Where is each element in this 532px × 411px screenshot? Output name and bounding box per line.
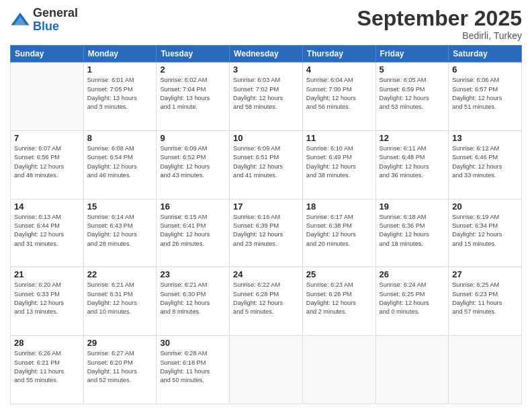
- calendar-cell: [11, 62, 84, 131]
- day-number: 16: [160, 201, 226, 212]
- calendar-cell: 9Sunrise: 6:09 AMSunset: 6:52 PMDaylight…: [157, 130, 230, 199]
- day-info: Sunrise: 6:25 AMSunset: 6:23 PMDaylight:…: [452, 281, 518, 316]
- day-number: 11: [306, 133, 372, 143]
- calendar-cell: 10Sunrise: 6:09 AMSunset: 6:51 PMDayligh…: [230, 130, 303, 199]
- calendar-cell: 12Sunrise: 6:11 AMSunset: 6:48 PMDayligh…: [375, 130, 449, 199]
- logo-icon: [10, 10, 30, 30]
- day-number: 2: [160, 64, 226, 75]
- day-info: Sunrise: 6:10 AMSunset: 6:49 PMDaylight:…: [306, 144, 372, 180]
- logo-blue: Blue: [33, 19, 59, 33]
- day-info: Sunrise: 6:16 AMSunset: 6:39 PMDaylight:…: [233, 213, 299, 248]
- day-info: Sunrise: 6:06 AMSunset: 6:57 PMDaylight:…: [452, 76, 518, 111]
- day-info: Sunrise: 6:18 AMSunset: 6:36 PMDaylight:…: [380, 213, 445, 248]
- calendar-cell: 19Sunrise: 6:18 AMSunset: 6:36 PMDayligh…: [375, 199, 449, 267]
- day-number: 22: [87, 269, 153, 279]
- title-area: September 2025 Bedirli, Turkey: [357, 7, 522, 41]
- calendar-cell: 20Sunrise: 6:19 AMSunset: 6:34 PMDayligh…: [449, 199, 522, 267]
- day-number: 5: [380, 64, 445, 75]
- day-number: 7: [14, 133, 80, 143]
- day-number: 8: [87, 133, 153, 143]
- day-info: Sunrise: 6:07 AMSunset: 6:56 PMDaylight:…: [14, 144, 80, 180]
- day-info: Sunrise: 6:15 AMSunset: 6:41 PMDaylight:…: [160, 213, 226, 248]
- day-info: Sunrise: 6:01 AMSunset: 7:05 PMDaylight:…: [87, 76, 153, 111]
- day-number: 20: [452, 201, 518, 212]
- calendar-cell: 16Sunrise: 6:15 AMSunset: 6:41 PMDayligh…: [157, 199, 230, 267]
- day-info: Sunrise: 6:03 AMSunset: 7:02 PMDaylight:…: [233, 76, 299, 111]
- day-number: 12: [380, 133, 445, 143]
- day-number: 21: [14, 269, 80, 279]
- calendar-cell: 7Sunrise: 6:07 AMSunset: 6:56 PMDaylight…: [11, 130, 84, 199]
- day-number: 29: [87, 338, 153, 348]
- calendar-cell: 6Sunrise: 6:06 AMSunset: 6:57 PMDaylight…: [449, 62, 522, 131]
- day-info: Sunrise: 6:21 AMSunset: 6:30 PMDaylight:…: [160, 281, 226, 316]
- calendar-cell: 24Sunrise: 6:22 AMSunset: 6:28 PMDayligh…: [230, 267, 303, 336]
- logo-general: General: [33, 6, 78, 19]
- day-info: Sunrise: 6:08 AMSunset: 6:54 PMDaylight:…: [87, 144, 153, 180]
- calendar-cell: 23Sunrise: 6:21 AMSunset: 6:30 PMDayligh…: [157, 267, 230, 336]
- weekday-header-thursday: Thursday: [302, 46, 375, 62]
- calendar-cell: 22Sunrise: 6:21 AMSunset: 6:31 PMDayligh…: [83, 267, 157, 336]
- weekday-header-monday: Monday: [83, 46, 157, 62]
- day-info: Sunrise: 6:12 AMSunset: 6:46 PMDaylight:…: [452, 144, 518, 180]
- calendar-cell: 26Sunrise: 6:24 AMSunset: 6:25 PMDayligh…: [375, 267, 449, 336]
- day-number: 9: [160, 133, 226, 143]
- calendar-cell: 27Sunrise: 6:25 AMSunset: 6:23 PMDayligh…: [449, 267, 522, 336]
- day-number: 26: [380, 269, 445, 279]
- day-info: Sunrise: 6:21 AMSunset: 6:31 PMDaylight:…: [87, 281, 153, 316]
- calendar-cell: 2Sunrise: 6:02 AMSunset: 7:04 PMDaylight…: [157, 62, 230, 131]
- day-info: Sunrise: 6:09 AMSunset: 6:52 PMDaylight:…: [160, 144, 226, 180]
- week-row-4: 21Sunrise: 6:20 AMSunset: 6:33 PMDayligh…: [11, 267, 522, 336]
- calendar-cell: 17Sunrise: 6:16 AMSunset: 6:39 PMDayligh…: [230, 199, 303, 267]
- calendar-cell: 13Sunrise: 6:12 AMSunset: 6:46 PMDayligh…: [449, 130, 522, 199]
- day-number: 17: [233, 201, 299, 212]
- day-info: Sunrise: 6:20 AMSunset: 6:33 PMDaylight:…: [14, 281, 80, 316]
- day-number: 18: [306, 201, 372, 212]
- calendar-cell: 3Sunrise: 6:03 AMSunset: 7:02 PMDaylight…: [230, 62, 303, 131]
- day-info: Sunrise: 6:11 AMSunset: 6:48 PMDaylight:…: [380, 144, 445, 180]
- weekday-header-tuesday: Tuesday: [157, 46, 230, 62]
- logo: General Blue: [10, 7, 78, 34]
- day-number: 24: [233, 269, 299, 279]
- day-number: 23: [160, 269, 226, 279]
- calendar-cell: [230, 336, 303, 404]
- weekday-header-saturday: Saturday: [449, 46, 522, 62]
- day-number: 4: [306, 64, 372, 75]
- week-row-3: 14Sunrise: 6:13 AMSunset: 6:44 PMDayligh…: [11, 199, 522, 267]
- calendar-cell: 21Sunrise: 6:20 AMSunset: 6:33 PMDayligh…: [11, 267, 84, 336]
- day-info: Sunrise: 6:13 AMSunset: 6:44 PMDaylight:…: [14, 213, 80, 248]
- day-number: 27: [452, 269, 518, 279]
- calendar-cell: 18Sunrise: 6:17 AMSunset: 6:38 PMDayligh…: [302, 199, 375, 267]
- week-row-2: 7Sunrise: 6:07 AMSunset: 6:56 PMDaylight…: [11, 130, 522, 199]
- day-info: Sunrise: 6:23 AMSunset: 6:26 PMDaylight:…: [306, 281, 372, 316]
- day-number: 10: [233, 133, 299, 143]
- day-info: Sunrise: 6:27 AMSunset: 6:20 PMDaylight:…: [87, 349, 153, 385]
- location: Bedirli, Turkey: [357, 30, 522, 41]
- weekday-header-wednesday: Wednesday: [230, 46, 303, 62]
- calendar-cell: 14Sunrise: 6:13 AMSunset: 6:44 PMDayligh…: [11, 199, 84, 267]
- day-number: 15: [87, 201, 153, 212]
- weekday-header-row: SundayMondayTuesdayWednesdayThursdayFrid…: [11, 46, 522, 62]
- calendar-cell: 28Sunrise: 6:26 AMSunset: 6:21 PMDayligh…: [11, 336, 84, 404]
- calendar-cell: [449, 336, 522, 404]
- calendar-cell: 4Sunrise: 6:04 AMSunset: 7:00 PMDaylight…: [302, 62, 375, 131]
- day-number: 28: [14, 338, 80, 348]
- calendar-cell: 1Sunrise: 6:01 AMSunset: 7:05 PMDaylight…: [83, 62, 157, 131]
- day-number: 1: [87, 64, 153, 75]
- day-info: Sunrise: 6:04 AMSunset: 7:00 PMDaylight:…: [306, 76, 372, 111]
- day-number: 30: [160, 338, 226, 348]
- day-info: Sunrise: 6:02 AMSunset: 7:04 PMDaylight:…: [160, 76, 226, 111]
- calendar-cell: 11Sunrise: 6:10 AMSunset: 6:49 PMDayligh…: [302, 130, 375, 199]
- day-info: Sunrise: 6:19 AMSunset: 6:34 PMDaylight:…: [452, 213, 518, 248]
- day-number: 14: [14, 201, 80, 212]
- day-info: Sunrise: 6:09 AMSunset: 6:51 PMDaylight:…: [233, 144, 299, 180]
- day-info: Sunrise: 6:28 AMSunset: 6:18 PMDaylight:…: [160, 349, 226, 385]
- calendar-cell: [302, 336, 375, 404]
- calendar-cell: [375, 336, 449, 404]
- calendar-cell: 5Sunrise: 6:05 AMSunset: 6:59 PMDaylight…: [375, 62, 449, 131]
- week-row-1: 1Sunrise: 6:01 AMSunset: 7:05 PMDaylight…: [11, 62, 522, 131]
- weekday-header-friday: Friday: [375, 46, 449, 62]
- calendar-cell: 15Sunrise: 6:14 AMSunset: 6:43 PMDayligh…: [83, 199, 157, 267]
- calendar-cell: 25Sunrise: 6:23 AMSunset: 6:26 PMDayligh…: [302, 267, 375, 336]
- week-row-5: 28Sunrise: 6:26 AMSunset: 6:21 PMDayligh…: [11, 336, 522, 404]
- day-info: Sunrise: 6:22 AMSunset: 6:28 PMDaylight:…: [233, 281, 299, 316]
